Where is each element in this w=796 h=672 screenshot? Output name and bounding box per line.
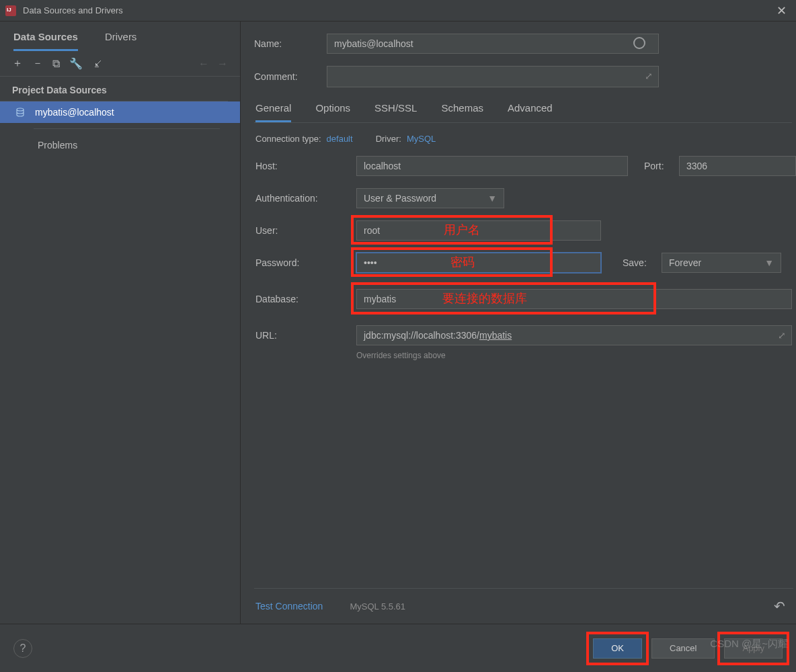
port-input[interactable] (679, 156, 796, 176)
db-label: Database: (255, 294, 356, 304)
window-title: Data Sources and Drivers (23, 5, 123, 15)
revert-icon[interactable]: ↶ (774, 598, 789, 614)
wrench-icon[interactable]: 🔧 (69, 57, 83, 70)
port-label: Port: (644, 161, 679, 171)
save-select[interactable]: Forever ▼ (662, 253, 781, 273)
name-input[interactable] (327, 34, 659, 54)
problems-label: Problems (38, 140, 77, 151)
url-input[interactable]: jdbc:mysql://localhost:3306/mybatis ⤢ (356, 325, 792, 345)
sidebar-item-datasource[interactable]: mybatis@localhost (0, 101, 240, 123)
sidebar-tabs: Data Sources Drivers (0, 22, 240, 51)
titlebar: Data Sources and Drivers ✕ (0, 0, 796, 22)
database-input[interactable] (356, 289, 792, 309)
sidebar: Data Sources Drivers ＋ － ⧉ 🔧 ⭹ ← → Proje… (0, 22, 241, 624)
host-label: Host: (255, 161, 356, 171)
chevron-down-icon: ▼ (764, 257, 774, 268)
driver-label: Driver: (376, 134, 401, 144)
tab-options[interactable]: Options (315, 99, 350, 122)
pass-label: Password: (255, 257, 356, 268)
auth-value: User & Password (364, 193, 436, 204)
color-picker-icon[interactable] (633, 37, 645, 49)
password-input[interactable] (356, 253, 601, 273)
user-label: User: (255, 225, 356, 236)
cancel-button[interactable]: Cancel (651, 638, 715, 659)
conn-type-label: Connection type: (255, 134, 321, 144)
remove-icon[interactable]: － (32, 56, 43, 71)
sidebar-item-label: mybatis@localhost (35, 107, 114, 118)
help-button[interactable]: ? (13, 639, 32, 658)
content-tabs: General Options SSH/SSL Schemas Advanced (254, 99, 792, 123)
add-icon[interactable]: ＋ (12, 56, 23, 71)
import-icon[interactable]: ⭹ (92, 58, 103, 70)
expand-icon[interactable]: ⤢ (778, 330, 786, 341)
content-bottom-bar: Test Connection MySQL 5.5.61 ↶ (254, 588, 793, 624)
db-version: MySQL 5.5.61 (350, 601, 405, 612)
save-value: Forever (669, 257, 701, 268)
url-prefix: jdbc:mysql://localhost:3306/ (364, 330, 479, 341)
forward-icon[interactable]: → (217, 58, 228, 70)
ok-button[interactable]: OK (593, 638, 642, 659)
comment-input[interactable]: ⤢ (327, 66, 659, 87)
dialog-footer: ? OK Cancel Apply (0, 624, 796, 672)
tab-sshssl[interactable]: SSH/SSL (374, 99, 417, 122)
tab-general[interactable]: General (255, 99, 291, 122)
tab-drivers[interactable]: Drivers (105, 31, 137, 51)
section-header: Project Data Sources (0, 77, 228, 101)
content-panel: Name: Comment: ⤢ General Options SSH/SSL… (241, 22, 796, 624)
name-label: Name: (254, 38, 327, 49)
auth-label: Authentication: (255, 193, 356, 204)
close-icon[interactable]: ✕ (772, 3, 791, 18)
tab-data-sources[interactable]: Data Sources (13, 31, 78, 51)
sidebar-item-problems[interactable]: Problems (0, 134, 240, 156)
tab-advanced[interactable]: Advanced (508, 99, 553, 122)
host-input[interactable] (356, 156, 628, 176)
url-db: mybatis (479, 330, 512, 341)
expand-icon[interactable]: ⤢ (645, 71, 653, 81)
url-hint: Overrides settings above (356, 351, 796, 360)
chevron-down-icon: ▼ (487, 193, 497, 204)
apply-button[interactable]: Apply (724, 638, 783, 659)
auth-select[interactable]: User & Password ▼ (356, 188, 504, 208)
app-icon (5, 5, 16, 16)
url-label: URL: (255, 330, 356, 341)
database-icon (15, 107, 26, 118)
test-connection-link[interactable]: Test Connection (255, 601, 323, 612)
sidebar-toolbar: ＋ － ⧉ 🔧 ⭹ ← → (0, 51, 240, 77)
driver-link[interactable]: MySQL (407, 134, 436, 144)
conn-type-link[interactable]: default (327, 134, 353, 144)
back-icon[interactable]: ← (198, 58, 209, 70)
tab-schemas[interactable]: Schemas (441, 99, 483, 122)
divider (34, 128, 220, 129)
save-label: Save: (623, 257, 662, 268)
comment-label: Comment: (254, 71, 327, 82)
copy-icon[interactable]: ⧉ (52, 58, 60, 70)
user-input[interactable] (356, 220, 601, 241)
